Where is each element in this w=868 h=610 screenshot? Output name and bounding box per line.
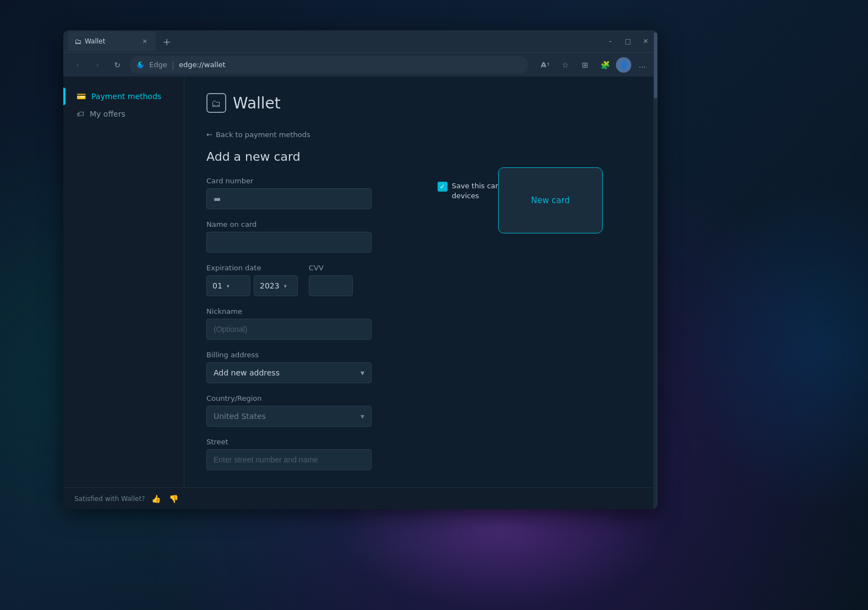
sidebar-item-my-offers[interactable]: 🏷 My offers bbox=[63, 105, 184, 123]
exp-year-select[interactable]: 2023 ▾ bbox=[254, 275, 298, 296]
read-aloud-button[interactable]: A↑ bbox=[537, 56, 554, 74]
thumbs-down-button[interactable]: 👎 bbox=[167, 492, 180, 505]
active-tab[interactable]: 🗂 Wallet ✕ bbox=[68, 31, 156, 51]
exp-year-chevron-icon: ▾ bbox=[284, 283, 287, 289]
nickname-group: Nickname bbox=[206, 307, 636, 340]
wallet-header-icon: 🗂 bbox=[206, 93, 226, 113]
address-bar: ‹ › ↻ Edge | edge://wallet A↑ ☆ ⊞ 🧩 👤 ..… bbox=[63, 52, 658, 77]
back-link-label: Back to payment methods bbox=[216, 130, 310, 139]
exp-month-value: 01 bbox=[212, 281, 222, 290]
browser-window: 🗂 Wallet ✕ + – □ ✕ ‹ › ↻ Edge | edge:/ bbox=[63, 30, 658, 509]
sidebar-item-payment-methods[interactable]: 💳 Payment methods bbox=[63, 88, 184, 105]
url-bar[interactable]: Edge | edge://wallet bbox=[129, 56, 528, 74]
expiration-group: Expiration date 01 ▾ 2023 ▾ bbox=[206, 264, 298, 296]
nickname-label: Nickname bbox=[206, 307, 636, 315]
name-on-card-input[interactable] bbox=[206, 232, 372, 253]
favorites-button[interactable]: ☆ bbox=[556, 56, 574, 74]
billing-address-label: Billing address bbox=[206, 351, 636, 359]
tab-title: Wallet bbox=[85, 37, 105, 45]
cvv-label: CVV bbox=[309, 264, 353, 272]
street-input[interactable] bbox=[206, 449, 372, 470]
cvv-field[interactable] bbox=[316, 281, 346, 290]
my-offers-icon: 🏷 bbox=[77, 110, 84, 118]
extensions-button[interactable]: 🧩 bbox=[596, 56, 614, 74]
card-preview-label: New card bbox=[531, 195, 570, 205]
feedback-bar: Satisfied with Wallet? 👍 👎 bbox=[63, 487, 658, 509]
nickname-field[interactable] bbox=[214, 325, 364, 334]
url-path: edge://wallet bbox=[179, 61, 226, 69]
sidebar-item-label-payment: Payment methods bbox=[91, 92, 161, 101]
exp-year-value: 2023 bbox=[260, 281, 280, 290]
country-region-group: Country/Region United States ▾ bbox=[206, 394, 636, 427]
country-region-label: Country/Region bbox=[206, 394, 636, 402]
back-to-payment-methods-link[interactable]: ← Back to payment methods bbox=[206, 130, 636, 139]
exp-month-chevron-icon: ▾ bbox=[227, 283, 230, 289]
window-controls: – □ ✕ bbox=[603, 34, 653, 49]
billing-chevron-icon: ▾ bbox=[361, 368, 364, 377]
exp-selects: 01 ▾ 2023 ▾ bbox=[206, 275, 298, 296]
collections-button[interactable]: ⊞ bbox=[576, 56, 594, 74]
cvv-input[interactable] bbox=[309, 275, 353, 296]
street-group: Street bbox=[206, 438, 636, 470]
exp-cvv-row: Expiration date 01 ▾ 2023 ▾ CVV bbox=[206, 264, 636, 296]
payment-methods-icon: 💳 bbox=[77, 92, 86, 101]
scrollbar-thumb bbox=[654, 77, 657, 99]
billing-address-value: Add new address bbox=[214, 368, 280, 377]
edge-logo-icon bbox=[136, 61, 145, 69]
minimize-button[interactable]: – bbox=[603, 34, 618, 49]
more-button[interactable]: ... bbox=[634, 56, 651, 74]
sidebar: 💳 Payment methods 🏷 My offers bbox=[63, 77, 184, 487]
country-region-select[interactable]: United States ▾ bbox=[206, 406, 372, 427]
main-content: 🗂 Wallet ← Back to payment methods Add a… bbox=[184, 77, 658, 487]
nickname-input[interactable] bbox=[206, 319, 372, 340]
exp-month-select[interactable]: 01 ▾ bbox=[206, 275, 250, 296]
title-bar: 🗂 Wallet ✕ + – □ ✕ bbox=[63, 30, 658, 52]
back-button[interactable]: ‹ bbox=[70, 57, 85, 73]
new-tab-button[interactable]: + bbox=[159, 34, 174, 49]
name-on-card-field[interactable] bbox=[214, 238, 364, 247]
maximize-button[interactable]: □ bbox=[620, 34, 636, 49]
form-title: Add a new card bbox=[206, 150, 636, 164]
exp-date-label: Expiration date bbox=[206, 264, 298, 272]
url-separator: | bbox=[172, 59, 174, 70]
tab-area: 🗂 Wallet ✕ + bbox=[68, 31, 174, 51]
url-brand: Edge bbox=[149, 61, 167, 69]
profile-button[interactable]: 👤 bbox=[616, 57, 631, 73]
wallet-title: Wallet bbox=[233, 94, 281, 112]
save-card-checkbox[interactable]: ✓ bbox=[438, 182, 447, 192]
tab-wallet-icon: 🗂 bbox=[74, 37, 81, 46]
street-field[interactable] bbox=[214, 455, 364, 464]
street-label: Street bbox=[206, 438, 636, 446]
refresh-button[interactable]: ↻ bbox=[110, 57, 125, 73]
wallet-header: 🗂 Wallet bbox=[206, 93, 636, 113]
card-number-input[interactable]: ▬ bbox=[206, 188, 372, 209]
scrollbar[interactable] bbox=[653, 77, 658, 487]
billing-address-select[interactable]: Add new address ▾ bbox=[206, 362, 372, 383]
billing-address-group: Billing address Add new address ▾ bbox=[206, 351, 636, 383]
country-region-value: United States bbox=[214, 412, 266, 421]
card-number-icon: ▬ bbox=[214, 194, 221, 203]
page-content: 💳 Payment methods 🏷 My offers 🗂 Wallet ←… bbox=[63, 77, 658, 487]
sidebar-item-label-offers: My offers bbox=[90, 110, 125, 118]
country-chevron-icon: ▾ bbox=[361, 412, 364, 421]
forward-button[interactable]: › bbox=[90, 57, 105, 73]
tab-close-button[interactable]: ✕ bbox=[140, 37, 149, 46]
close-button[interactable]: ✕ bbox=[638, 34, 653, 49]
toolbar-icons: A↑ ☆ ⊞ 🧩 👤 ... bbox=[537, 56, 651, 74]
back-arrow-icon: ← bbox=[206, 130, 212, 139]
feedback-text: Satisfied with Wallet? bbox=[74, 495, 145, 503]
card-number-field[interactable] bbox=[225, 194, 364, 203]
cvv-group: CVV bbox=[309, 264, 353, 296]
thumbs-up-button[interactable]: 👍 bbox=[149, 492, 162, 505]
card-preview: New card bbox=[498, 167, 603, 233]
